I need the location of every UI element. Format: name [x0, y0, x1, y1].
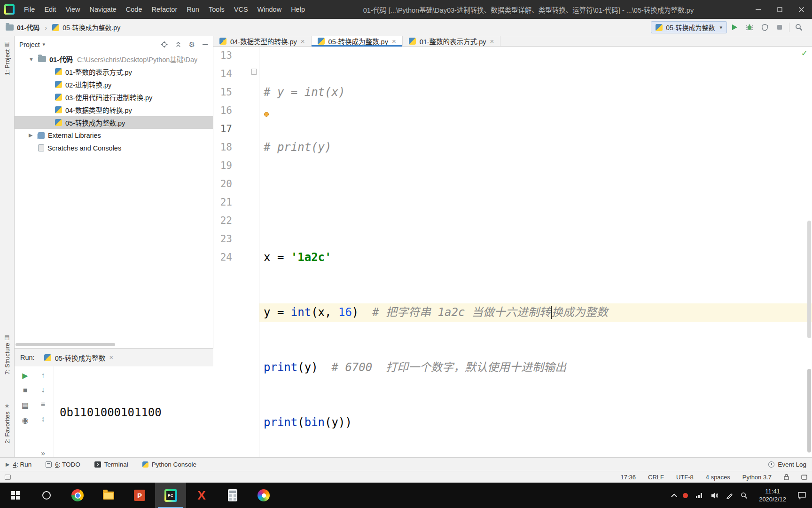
hide-panel-icon[interactable] [202, 41, 208, 48]
intention-bulb-icon[interactable] [264, 112, 269, 117]
menu-item-help[interactable]: Help [286, 3, 310, 16]
menu-item-edit[interactable]: Edit [39, 3, 61, 16]
code-line-current[interactable]: y = int(x, 16) # 把字符串 1a2c 当做十六进制转换成为整数 [259, 303, 812, 322]
expand-toolbar-button[interactable]: » [41, 449, 45, 458]
tool-button-structure[interactable]: ▤ 7: Structure [0, 334, 14, 374]
close-icon[interactable]: × [109, 354, 113, 361]
menu-item-code[interactable]: Code [121, 3, 147, 16]
run-button[interactable] [727, 21, 742, 34]
restore-layout-button[interactable]: ▤ [22, 401, 29, 410]
project-panel-title[interactable]: Project [19, 41, 40, 48]
minimize-button[interactable] [747, 0, 769, 19]
pen-icon[interactable] [726, 492, 733, 499]
rerun-button[interactable]: ▶ [22, 371, 28, 380]
magnifier-icon[interactable] [741, 492, 748, 499]
search-everywhere-button[interactable] [791, 21, 806, 34]
tool-button-project[interactable]: ▤ 1: Project [0, 41, 14, 75]
close-icon[interactable]: × [301, 37, 305, 45]
tool-button-terminal[interactable]: Terminal [94, 461, 128, 468]
tool-window-bar: ▶ 4: Run 6: TODO Terminal Python Console… [0, 457, 812, 471]
network-icon[interactable] [695, 492, 703, 499]
pin-button[interactable]: ◉ [22, 416, 29, 425]
stop-button[interactable]: ■ [23, 386, 28, 395]
taskbar-app-paint[interactable] [248, 483, 279, 508]
taskbar-app-pycharm-active[interactable]: PC [155, 483, 186, 508]
menu-item-window[interactable]: Window [253, 3, 287, 16]
menu-item-view[interactable]: View [61, 3, 85, 16]
run-config-tab[interactable]: 05-转换成为整数 × [44, 353, 113, 363]
taskbar-clock[interactable]: 11:41 2020/2/12 [755, 487, 790, 503]
indicator-icon[interactable] [801, 475, 807, 480]
caret-position-widget[interactable]: 17:36 [620, 474, 636, 481]
menu-item-navigate[interactable]: Navigate [85, 3, 121, 16]
editor-tab[interactable]: 01-整数的表示方式.py × [403, 36, 501, 46]
tree-item-file-selected[interactable]: 05-转换成为整数.py [15, 116, 213, 129]
tool-button-favorites[interactable]: ★ 2: Favorites [0, 403, 14, 444]
tree-item-scratches[interactable]: Scratches and Consoles [15, 142, 213, 154]
action-center-icon[interactable] [797, 492, 806, 500]
tool-button-run[interactable]: ▶ 4: Run [6, 461, 31, 468]
inspections-ok-icon[interactable]: ✓ [801, 48, 808, 58]
run-configuration-select[interactable]: 05-转换成为整数 ▾ [651, 21, 727, 33]
indent-widget[interactable]: 4 spaces [706, 474, 730, 481]
tool-button-todo[interactable]: 6: TODO [46, 461, 80, 468]
soft-wrap-button[interactable]: ≡ [41, 400, 45, 409]
console-vertical-scrollbar[interactable] [807, 369, 811, 452]
debug-button[interactable] [742, 21, 757, 34]
coverage-button[interactable] [757, 21, 772, 34]
editor-vertical-scrollbar[interactable] [807, 221, 811, 338]
code-line[interactable]: x = '1a2c' [259, 248, 812, 267]
collapse-all-icon[interactable] [175, 41, 182, 48]
tree-item-file[interactable]: 03-使用代码进行进制转换.py [15, 91, 213, 103]
tree-item-external-libraries[interactable]: ▶ External Libraries [15, 129, 213, 142]
encoding-widget[interactable]: UTF-8 [676, 474, 694, 481]
tool-button-python-console[interactable]: Python Console [142, 461, 196, 468]
code-line[interactable]: # print(y) [259, 138, 812, 157]
tree-item-root[interactable]: ▼ 01-代码 C:\Users\chris\Desktop\Python基础\… [15, 53, 213, 65]
menu-item-vcs[interactable]: VCS [229, 3, 253, 16]
gear-icon[interactable]: ⚙ [189, 41, 195, 48]
code-token: '1a2c' [291, 251, 332, 264]
line-number: 19 [213, 157, 259, 175]
taskbar-app-explorer[interactable] [93, 483, 124, 508]
menu-item-refactor[interactable]: Refactor [147, 3, 182, 16]
breadcrumb-item-root[interactable]: 01-代码 [17, 23, 39, 32]
close-icon[interactable]: × [490, 37, 494, 45]
close-button[interactable] [790, 0, 812, 19]
event-log-button[interactable]: Event Log [768, 461, 806, 468]
taskbar-app-chrome[interactable] [62, 483, 93, 508]
code-line[interactable] [259, 193, 812, 212]
stop-button[interactable] [772, 21, 787, 34]
taskbar-app-calculator[interactable] [217, 483, 248, 508]
line-separator-widget[interactable]: CRLF [648, 474, 664, 481]
recording-dot-icon[interactable] [683, 493, 688, 498]
tree-item-file[interactable]: 01-整数的表示方式.py [15, 65, 213, 78]
volume-icon[interactable] [710, 492, 718, 499]
chevron-right-icon[interactable]: ▶ [29, 132, 38, 138]
taskbar-app-powerpoint[interactable]: P [124, 483, 155, 508]
breadcrumb-item-file[interactable]: 05-转换成为整数.py [62, 23, 120, 32]
cortana-search-button[interactable] [31, 483, 62, 508]
locate-icon[interactable] [161, 41, 168, 48]
down-the-stack-button[interactable]: ↓ [41, 386, 45, 394]
interpreter-widget[interactable]: Python 3.7 [742, 474, 772, 481]
menu-item-file[interactable]: File [19, 3, 39, 16]
up-the-stack-button[interactable]: ↑ [41, 371, 45, 380]
maximize-button[interactable] [769, 0, 790, 19]
start-button[interactable] [0, 483, 31, 508]
close-icon[interactable]: × [392, 37, 396, 45]
scroll-to-end-button[interactable]: ↕ [41, 415, 45, 423]
toolwindow-toggle-icon[interactable] [5, 475, 11, 480]
code-line[interactable]: # y = int(x) [259, 83, 812, 102]
taskbar-app-xmind[interactable]: X [186, 483, 217, 508]
menu-item-run[interactable]: Run [182, 3, 204, 16]
editor-tab[interactable]: 04-数据类型的转换.py × [213, 36, 312, 46]
lock-icon[interactable] [784, 474, 789, 480]
menu-item-tools[interactable]: Tools [204, 3, 229, 16]
tree-item-file[interactable]: 02-进制转换.py [15, 78, 213, 91]
editor-tab-active[interactable]: 05-转换成为整数.py × [312, 36, 403, 46]
tree-item-file[interactable]: 04-数据类型的转换.py [15, 103, 213, 116]
chevron-down-icon[interactable]: ▼ [29, 56, 38, 62]
horizontal-scrollbar[interactable] [16, 343, 115, 346]
tray-expand-icon[interactable] [671, 493, 677, 500]
